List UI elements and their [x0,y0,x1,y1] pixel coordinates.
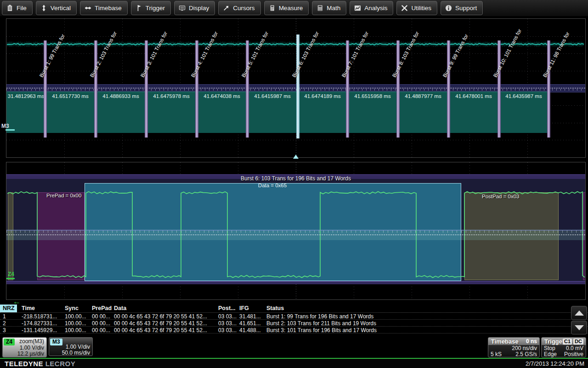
table-cell: Burst 2: 103 Trans for 211 Bits and 19 W… [266,320,376,327]
timebase-header: Timebase 0 ns [488,338,539,345]
burst-marker[interactable] [498,40,501,138]
m3-channel-indicator [6,129,15,131]
burst-detail-title: Burst 6: 103 Trans for 196 Bits and 17 W… [6,175,585,182]
table-cell: 31.481... [239,313,261,320]
column-header-time[interactable]: Time [22,305,35,311]
trigger-header: Trigger C1DC [542,338,586,345]
table-cell: 00 00... [92,313,110,320]
table-cell: 100.00... [65,320,86,327]
menu-button-label: Display [189,5,209,12]
z4-channel-label[interactable]: Z4 [8,271,14,277]
trigger-mode: Stop [544,345,555,351]
z4-channel-indicator [6,278,15,279]
threshold-dashed-line [6,235,585,235]
column-header-prepad[interactable]: PrePad [92,305,112,311]
scroll-up-button[interactable] [571,306,587,320]
column-header-data[interactable]: Data [114,305,126,311]
file-icon [6,5,13,12]
table-cell: 03 03... [218,327,237,334]
menu-button-label: Analysis [364,5,387,12]
menu-button-label: Math [327,5,340,12]
decode-table-header: NRZTimeSyncPrePadDataPost...IFGStatus [0,305,588,313]
menu-button-analysis[interactable]: Analysis [350,1,393,15]
zoom-waveform-graticule[interactable]: Burst 6: 103 Trans for 196 Bits and 17 W… [6,162,586,300]
column-header-sync[interactable]: Sync [65,305,79,311]
menu-button-label: Utilities [411,5,431,12]
burst-marker[interactable] [346,40,349,138]
burst-marker[interactable] [296,34,300,138]
main-waveform-graticule[interactable]: 31.4812963 ms41.6517730 ms41.4886933 ms4… [6,18,586,158]
burst-marker[interactable] [547,40,550,138]
table-cell: 00 00 4c 65 43 72 6f 79 20 55 41 52... [114,313,207,320]
m3-descriptor-box[interactable]: M3 1.00 V/div 50.0 ms/div [49,337,93,356]
burst-marker[interactable] [396,40,400,138]
menu-button-label: Timebase [95,5,122,12]
table-cell: 03 03... [218,313,237,320]
table-cell: Burst 1: 99 Trans for 196 Bits and 17 Wo… [266,313,373,320]
menu-button-trigger[interactable]: Trigger [131,1,171,15]
table-cell: 00 00... [92,327,110,334]
threshold-ticks [6,230,585,233]
menu-button-utilities[interactable]: Utilities [396,1,437,15]
measure-pad-icon [269,5,276,12]
utilities-tools-icon [401,5,408,12]
burst-marker[interactable] [94,40,97,138]
menu-button-display[interactable]: Display [174,1,215,15]
menu-button-cursors[interactable]: Cursors [218,1,260,15]
column-header-ifg[interactable]: IFG [239,305,249,311]
vertical-arrows-icon [40,5,47,12]
table-cell: -131.145929... [22,327,57,334]
z4-descriptor-box[interactable]: Z4 zoom(M3) 1.00 V/div 12.2 µs/div [2,337,47,357]
trigger-flag-icon [136,5,142,12]
m3-tdiv: 50.0 ms/div [62,350,90,356]
menu-bar: FileVerticalTimebaseTriggerDisplayCursor… [0,0,588,17]
trigger-box[interactable]: Trigger C1DC Stop 0.0 mV Edge Positive [541,337,586,357]
trigger-type: Edge [544,351,557,357]
m3-channel-label[interactable]: M3 [1,123,9,129]
timebase-scale: 200 ns/div [512,345,537,351]
table-cell: 03 03... [218,320,237,327]
table-cell: -174.827331... [22,320,57,327]
table-row[interactable]: 2-174.827331...100.00...00 00...00 00 4c… [0,320,588,327]
menu-button-file[interactable]: File [2,1,33,15]
table-cell: 1 [3,313,6,320]
scroll-left-arrow-icon[interactable]: ← [13,297,21,306]
menu-button-vertical[interactable]: Vertical [36,1,77,15]
z4-vdiv: 1.00 V/div [20,345,44,351]
footer-bar: TELEDYNE LECROY 2/7/2013 12:24:20 PM [0,359,588,368]
timebase-box[interactable]: Timebase 0 ns 200 ns/div 5 kS 2.5 GS/s [488,337,540,357]
scroll-down-button[interactable] [571,321,587,334]
table-cell: Burst 3: 101 Trans for 196 Bits and 17 W… [266,327,377,334]
table-scrollbar [571,306,587,335]
table-cell: 100.00... [65,327,86,334]
horizontal-arrows-icon [85,5,91,12]
timebase-rate: 2.5 GS/s [515,351,537,357]
column-header-status[interactable]: Status [266,305,284,311]
menu-button-support[interactable]: Support [441,1,483,15]
table-row[interactable]: 3-131.145929...100.00...00 00...00 00 4c… [0,327,588,334]
burst-marker[interactable] [44,40,47,138]
column-header-post[interactable]: Post... [218,305,236,311]
burst-marker[interactable] [447,40,450,138]
threshold-band [6,230,585,240]
brand-teledyne: TELEDYNE [5,360,43,368]
menu-button-label: Measure [279,5,303,12]
burst-marker[interactable] [145,40,148,138]
menu-button-label: File [17,5,27,12]
timebase-title: Timebase [491,338,519,345]
menu-button-timebase[interactable]: Timebase [80,1,128,15]
burst-marker[interactable] [195,40,198,138]
cursor-arrow-icon [223,5,230,12]
menu-button-math[interactable]: Math [312,1,346,15]
table-cell: 41.651... [239,320,261,327]
burst-marker[interactable] [246,40,249,138]
trigger-position-marker[interactable] [293,155,299,159]
timebase-samples: 5 kS [491,351,502,357]
trigger-source-badge: C1 [563,339,572,345]
oscilloscope-screen: FileVerticalTimebaseTriggerDisplayCursor… [0,0,588,368]
brand-lecroy: LECROY [45,360,76,368]
timebase-offset: 0 ns [526,338,537,345]
table-cell: 00 00 4c 65 43 72 6f 79 20 55 41 52... [114,320,207,327]
menu-button-measure[interactable]: Measure [264,1,309,15]
table-row[interactable]: 1-218.518731...100.00...00 00...00 00 4c… [0,313,588,320]
